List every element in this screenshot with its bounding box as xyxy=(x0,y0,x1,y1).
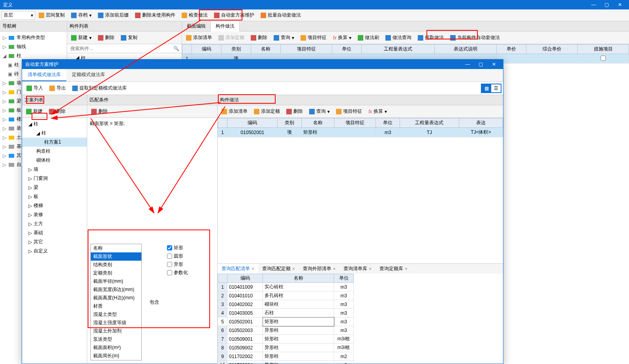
batch-auto-button[interactable]: 批量自动套做法 xyxy=(258,10,304,20)
query-tab[interactable]: 查询匹配定额 × xyxy=(258,264,299,274)
query-row[interactable]: 2010401010多孔砖柱m3 xyxy=(218,291,354,300)
auto-maint-button[interactable]: 自动套方案维护 xyxy=(211,10,257,20)
nav-item[interactable]: ▷常用构件类型 xyxy=(0,33,67,42)
property-item[interactable]: 截面半径(mm) xyxy=(91,277,141,286)
close-icon[interactable]: ✕ xyxy=(614,0,626,9)
new-button[interactable]: 新建▾ xyxy=(68,33,94,43)
convert-button[interactable]: fx换算▾ xyxy=(330,33,354,43)
plan-tree-base[interactable]: ▷ 基础 xyxy=(22,228,87,237)
search-input[interactable] xyxy=(67,44,171,53)
check-button[interactable]: 检查做法 xyxy=(179,10,210,20)
plan-tree-deco[interactable]: ▷ 装修 xyxy=(22,210,87,219)
shape-item[interactable]: 异形 xyxy=(167,260,188,269)
query-button[interactable]: 查询▾ xyxy=(271,33,297,43)
shape-checkbox[interactable] xyxy=(167,254,172,259)
close-tab-icon[interactable]: × xyxy=(369,266,372,272)
extract-button[interactable]: 提取做法 xyxy=(415,33,447,43)
tab-quota-mode[interactable]: 定额模式做法库 xyxy=(66,69,111,81)
query-row[interactable]: 1010401009实心砖柱m3 xyxy=(218,283,354,291)
method-query-button[interactable]: 做法查询 xyxy=(383,33,414,43)
query-row[interactable]: 6010502003异形柱m3 xyxy=(218,326,354,335)
search-icon[interactable]: 🔍 xyxy=(171,44,182,53)
m-delete-button[interactable]: 删除 xyxy=(284,106,306,116)
plan-tree-beam[interactable]: ▷ 梁 xyxy=(22,183,87,192)
property-item[interactable]: 泵送类型 xyxy=(91,335,141,343)
plan-tree-other[interactable]: ▷ 其它 xyxy=(22,237,87,246)
view-toggle[interactable]: ▦ ☰ xyxy=(481,84,501,93)
add-list-button[interactable]: 添加清单 xyxy=(183,33,215,43)
close-tab-icon[interactable]: × xyxy=(252,266,254,272)
add-quota-button[interactable]: 添加定额 xyxy=(216,33,247,43)
auto-current-button[interactable]: 当前构件自动套做法 xyxy=(447,33,503,43)
plan-tree-door[interactable]: ▷ 门窗洞 xyxy=(22,174,87,183)
m-add-quota-button[interactable]: 添加定额 xyxy=(251,106,283,116)
m-query-button[interactable]: 查询▾ xyxy=(306,106,332,116)
method-row[interactable]: 1 010502001 项 矩形柱 m3 TJ TJ<体积> xyxy=(218,128,503,137)
property-item[interactable]: 混凝土强度等级 xyxy=(91,319,141,327)
property-item[interactable]: 名称 xyxy=(91,244,141,252)
close-tab-icon[interactable]: × xyxy=(333,266,336,272)
minimize-icon[interactable]: — xyxy=(588,0,599,9)
tab-component-method[interactable]: 构件做法 xyxy=(211,21,240,32)
measure-checkbox[interactable] xyxy=(601,56,606,61)
delete-button[interactable]: 删除 xyxy=(95,33,117,43)
import-button[interactable]: 导入 xyxy=(24,83,46,93)
match-delete-button[interactable]: 删除 xyxy=(88,106,111,116)
close-tab-icon[interactable]: × xyxy=(292,266,295,272)
floor-select[interactable]: 首层 ▾ xyxy=(2,11,35,20)
proj-feature-button[interactable]: 项目特征 xyxy=(298,33,329,43)
property-item[interactable]: 截面周长(m) xyxy=(91,352,141,360)
copy-button[interactable]: 复制 xyxy=(118,33,140,43)
property-item[interactable]: 混凝土类型 xyxy=(91,310,141,319)
property-item[interactable]: 定额类别 xyxy=(91,269,141,277)
maximize-icon[interactable]: ▢ xyxy=(475,60,487,69)
property-item[interactable]: 混凝土外加剂 xyxy=(91,327,141,335)
del-unused-button[interactable]: 删除未使用构件 xyxy=(132,10,178,20)
nav-item[interactable]: ▷轴线 xyxy=(0,42,67,51)
floor-copy-button[interactable]: 层间复制 xyxy=(36,10,68,20)
shape-item[interactable]: 圆形 xyxy=(167,252,188,260)
delete-button[interactable]: 删除 xyxy=(248,33,270,43)
property-item[interactable]: 截面形状 xyxy=(91,252,141,261)
m-add-list-button[interactable]: 添加清单 xyxy=(219,106,250,116)
m-convert-button[interactable]: fx换算▾ xyxy=(366,106,390,116)
shape-checkbox[interactable] xyxy=(167,245,172,250)
plan-delete-button[interactable]: 删除 xyxy=(46,106,68,116)
m-proj-feat-button[interactable]: 项目特征 xyxy=(333,106,365,116)
tab-section-edit[interactable]: 截面编辑 xyxy=(182,21,211,31)
plan-tree-brick[interactable]: 砌体柱 xyxy=(22,156,87,165)
plan-tree-wall[interactable]: ▷ 墙 xyxy=(22,165,87,174)
property-item[interactable]: 结构类别 xyxy=(91,261,141,269)
list-view-icon[interactable]: ☰ xyxy=(491,84,501,92)
plan-tree-child[interactable]: ◢ 柱 xyxy=(22,129,87,138)
plan-tree-earth[interactable]: ▷ 土方 xyxy=(22,219,87,228)
query-row[interactable]: 5010502001矩形柱m3 xyxy=(218,317,354,326)
query-row[interactable]: 10011702004异形柱m2 xyxy=(218,361,354,364)
shape-checkbox[interactable] xyxy=(167,270,172,275)
plan-tree-scheme[interactable]: 柱方案1 xyxy=(22,138,87,147)
archive-button[interactable]: 存档▾ xyxy=(68,10,94,20)
plan-new-button[interactable]: 新建 xyxy=(23,106,45,116)
query-row[interactable]: 7010509001矩形柱m3/根 xyxy=(218,335,354,343)
plan-tree-cons[interactable]: 构造柱 xyxy=(22,147,87,156)
grid-view-icon[interactable]: ▦ xyxy=(482,84,491,92)
query-tab[interactable]: 查询定额库 × xyxy=(376,264,411,274)
query-row[interactable]: 9011702002矩形柱m2 xyxy=(218,352,354,361)
export-button[interactable]: 导出 xyxy=(47,83,69,93)
close-icon[interactable]: ✕ xyxy=(488,60,500,69)
query-tab[interactable]: 查询外部清单 × xyxy=(299,264,340,274)
close-tab-icon[interactable]: × xyxy=(405,266,407,272)
shape-checkbox[interactable] xyxy=(167,262,172,267)
query-row[interactable]: 4010403005石柱m3 xyxy=(218,309,354,317)
query-row[interactable]: 3010402002砌块柱m3 xyxy=(218,300,354,309)
method-brush-button[interactable]: 做法刷 xyxy=(355,33,382,43)
plan-tree-root[interactable]: ◢ 柱 xyxy=(22,119,87,129)
plan-tree-custom[interactable]: ▷ 自定义 xyxy=(22,246,87,256)
query-tab[interactable]: 查询清单库 × xyxy=(340,264,376,274)
plan-tree-stair[interactable]: ▷ 楼梯 xyxy=(22,201,87,210)
plan-tree-board[interactable]: ▷ 板 xyxy=(22,192,87,201)
minimize-icon[interactable]: — xyxy=(462,60,473,69)
shape-item[interactable]: 矩形 xyxy=(167,244,188,252)
property-item[interactable]: 材质 xyxy=(91,302,141,310)
property-item[interactable]: 截面高度(H边)(mm) xyxy=(91,294,141,302)
